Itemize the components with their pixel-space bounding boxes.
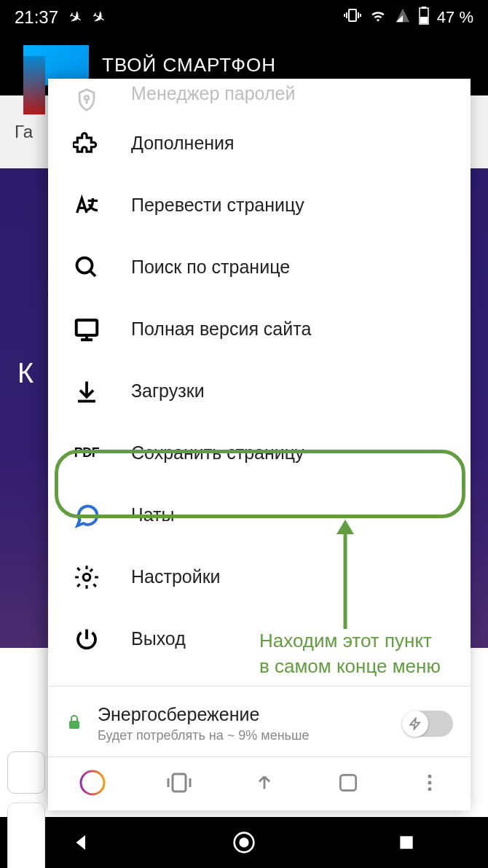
- send-icon: ✈: [88, 6, 109, 29]
- menu-label: Чаты: [131, 504, 174, 525]
- background-card: [7, 751, 45, 794]
- nav-back-button[interactable]: [68, 829, 95, 856]
- power-icon: [70, 622, 103, 656]
- menu-label: Полная версия сайта: [131, 318, 311, 340]
- menu-label: Сохранить страницу: [131, 442, 304, 464]
- status-bar: 21:37 ✈ ✈ 47 %: [0, 0, 488, 35]
- menu-item-chats[interactable]: Чаты: [48, 484, 471, 546]
- svg-point-28: [428, 787, 432, 791]
- signal-icon: [395, 7, 411, 28]
- menu-label: Загрузки: [131, 380, 205, 402]
- search-icon: [70, 251, 103, 284]
- wifi-icon: [369, 6, 387, 29]
- carousel-icon[interactable]: [166, 770, 192, 799]
- menu-item-save-page[interactable]: PDF Сохранить страницу: [48, 422, 471, 484]
- svg-marker-31: [76, 835, 85, 850]
- svg-point-33: [240, 839, 248, 847]
- menu-item-downloads[interactable]: Загрузки: [48, 360, 471, 422]
- puzzle-icon: [70, 127, 103, 160]
- menu-item-addons[interactable]: Дополнения: [48, 112, 471, 174]
- annotation-text: Находим этот пункт в самом конце меню: [259, 628, 441, 679]
- system-nav-bar: [0, 817, 488, 868]
- send-icon: ✈: [65, 6, 86, 29]
- svg-rect-22: [173, 774, 186, 791]
- shield-icon: [70, 83, 103, 117]
- yandex-icon[interactable]: [78, 768, 107, 800]
- menu-label: Дополнения: [131, 133, 235, 154]
- divider: [48, 686, 471, 687]
- menu-item-find[interactable]: Поиск по странице: [48, 236, 471, 298]
- translate-icon: [70, 189, 103, 222]
- menu-item-settings[interactable]: Настройки: [48, 546, 471, 608]
- menu-label: Перевести страницу: [131, 195, 304, 216]
- svg-line-11: [90, 270, 96, 276]
- background-card: [7, 802, 45, 868]
- svg-point-27: [428, 781, 432, 784]
- battery-icon: [418, 6, 430, 29]
- svg-rect-34: [401, 836, 413, 848]
- tabs-icon[interactable]: [337, 771, 360, 797]
- more-icon[interactable]: [252, 770, 277, 798]
- svg-point-21: [81, 771, 104, 794]
- energy-subtitle: Будет потреблять на ~ 9% меньше: [98, 728, 402, 743]
- page-title-fragment: К: [17, 358, 34, 389]
- svg-point-17: [83, 574, 90, 581]
- desktop-icon: [70, 313, 103, 346]
- browser-menu: Менеджер паролей Дополнения Перевести ст…: [48, 79, 471, 810]
- browser-toolbar: [48, 756, 471, 810]
- energy-toggle[interactable]: [402, 711, 453, 737]
- menu-label: Выход: [131, 628, 186, 649]
- svg-rect-6: [422, 7, 426, 9]
- menu-label: Настройки: [131, 566, 221, 587]
- svg-point-8: [84, 95, 89, 100]
- menu-item-passwords[interactable]: Менеджер паролей: [48, 79, 471, 112]
- menu-item-translate[interactable]: Перевести страницу: [48, 174, 471, 236]
- battery-percentage: 47 %: [437, 8, 473, 27]
- menu-item-desktop[interactable]: Полная версия сайта: [48, 298, 471, 360]
- svg-rect-12: [76, 320, 98, 335]
- vibrate-icon: [344, 7, 361, 28]
- svg-rect-25: [340, 775, 355, 790]
- nav-recent-button[interactable]: [393, 829, 420, 856]
- gear-icon: [70, 560, 103, 594]
- svg-rect-0: [349, 9, 356, 21]
- menu-label: Поиск по странице: [131, 257, 290, 278]
- status-time: 21:37: [15, 7, 58, 28]
- svg-point-26: [428, 774, 432, 778]
- lock-icon: [66, 713, 86, 734]
- svg-rect-19: [69, 721, 79, 729]
- svg-point-10: [77, 257, 93, 273]
- menu-label: Менеджер паролей: [131, 83, 295, 104]
- svg-rect-7: [420, 17, 428, 23]
- chat-icon: [70, 498, 103, 532]
- watermark-text: ТВОЙ СМАРТФОН: [102, 54, 276, 77]
- energy-saving-row[interactable]: Энергосбережение Будет потреблять на ~ 9…: [48, 691, 471, 756]
- menu-dots-icon[interactable]: [419, 772, 441, 797]
- download-icon: [70, 375, 103, 408]
- energy-title: Энергосбережение: [98, 704, 402, 725]
- nav-home-button[interactable]: [231, 829, 257, 856]
- pdf-icon: PDF: [70, 437, 103, 470]
- svg-marker-20: [410, 719, 420, 730]
